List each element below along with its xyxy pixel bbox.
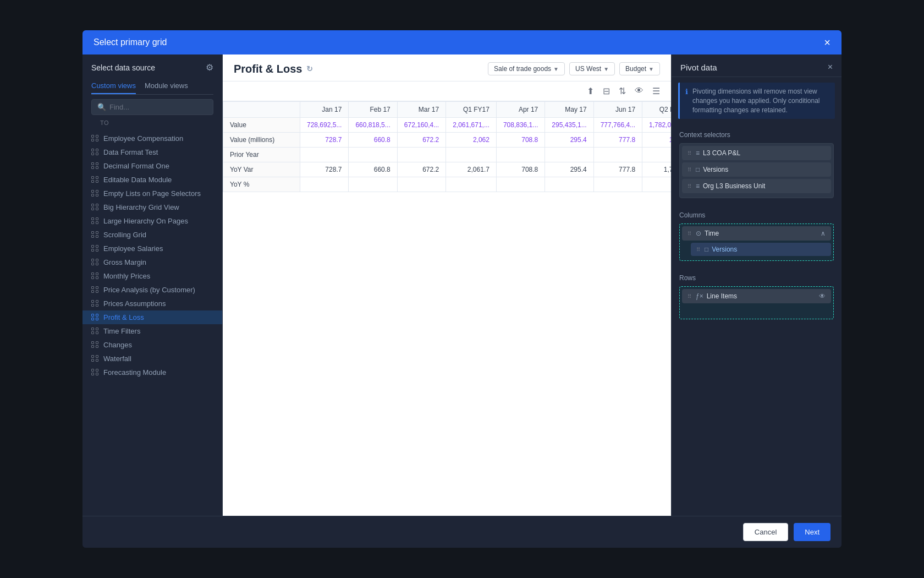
search-input[interactable]: [109, 103, 207, 111]
rows-drop-zone[interactable]: ⠿ ƒ× Line Items 👁: [679, 286, 834, 319]
table-cell: 728,692,5...: [300, 118, 349, 133]
next-button[interactable]: Next: [794, 523, 831, 541]
grid-icon: [91, 162, 99, 170]
table-cell: [397, 177, 446, 192]
table-cell: 2,061.7: [446, 162, 497, 177]
context-item-label-0: L3 COA P&L: [703, 149, 826, 157]
filter-btn-0[interactable]: Sale of trade goods▼: [488, 62, 565, 75]
col-header-7: Jun 17: [593, 102, 642, 118]
table-cell: [349, 177, 397, 192]
sort-icon[interactable]: ⇅: [617, 85, 628, 97]
sidebar-item-11[interactable]: Price Analysis (by Customer): [82, 283, 222, 297]
rows-label: Rows: [679, 274, 834, 282]
table-cell: [642, 177, 671, 192]
menu-icon[interactable]: ☰: [650, 85, 662, 97]
sidebar-item-12[interactable]: Prices Assumptions: [82, 297, 222, 310]
sidebar-item-16[interactable]: Waterfall: [82, 352, 222, 366]
sidebar-item-label: Employee Salaries: [103, 244, 163, 253]
refresh-icon[interactable]: ↻: [306, 64, 313, 73]
pivot-context-item-2[interactable]: ⠿ ≡ Org L3 Business Unit: [682, 179, 831, 193]
sidebar-item-1[interactable]: Data Format Test: [82, 145, 222, 159]
pivot-column-item-time[interactable]: ⠿ ⊙ Time ∧: [682, 226, 831, 241]
filter-icon[interactable]: ⊟: [601, 85, 612, 97]
sidebar-item-9[interactable]: Gross Margin: [82, 255, 222, 269]
filter-btn-2[interactable]: Budget▼: [619, 62, 660, 75]
table-cell: [496, 177, 544, 192]
context-selectors-zone[interactable]: ⠿ ≡ L3 COA P&L ⠿ □ Versions ⠿ ≡ Org: [679, 143, 834, 198]
sidebar-item-7[interactable]: Scrolling Grid: [82, 228, 222, 242]
filter-label: Sale of trade goods: [494, 65, 551, 73]
tab-custom-views[interactable]: Custom views: [91, 78, 136, 94]
col-header-0: [223, 102, 300, 118]
tab-module-views[interactable]: Module views: [145, 78, 188, 94]
sidebar-item-label: Gross Margin: [103, 258, 146, 266]
eye-icon[interactable]: 👁: [819, 292, 826, 300]
table-cell: Value (millions): [223, 133, 300, 148]
row-item-label-0: Line Items: [707, 292, 816, 300]
modal-title: Select primary grid: [94, 37, 167, 47]
pivot-column-sub-versions[interactable]: ⠿ □ Versions: [691, 243, 831, 256]
table-cell: [496, 148, 544, 162]
chevron-down-icon: ▼: [648, 66, 654, 72]
sidebar-item-10[interactable]: Monthly Prices: [82, 269, 222, 283]
table-cell: 672,160,4...: [397, 118, 446, 133]
main-toolbar: ⬆ ⊟ ⇅ 👁 ☰: [223, 81, 671, 101]
drag-icon: ⠿: [688, 167, 691, 173]
grid-icon: [91, 286, 99, 294]
sidebar-item-13[interactable]: Profit & Loss: [82, 310, 222, 324]
table-cell: 672.2: [397, 162, 446, 177]
sidebar-item-15[interactable]: Changes: [82, 338, 222, 352]
clock-icon: ⊙: [696, 230, 701, 237]
pivot-context-item-0[interactable]: ⠿ ≡ L3 COA P&L: [682, 146, 831, 160]
filter-label: US West: [575, 65, 601, 73]
col-header-5: Apr 17: [496, 102, 544, 118]
sidebar-item-label: Forecasting Module: [103, 368, 166, 377]
table-cell: [545, 177, 593, 192]
table-cell: 728.7: [300, 133, 349, 148]
sidebar-item-2[interactable]: Decimal Format One: [82, 159, 222, 173]
table-cell: 660.8: [349, 133, 397, 148]
data-table: Jan 17Feb 17Mar 17Q1 FY17Apr 17May 17Jun…: [223, 101, 671, 192]
table-cell: 728.7: [300, 162, 349, 177]
table-cell: YoY %: [223, 177, 300, 192]
table-cell: 1,782.0: [642, 162, 671, 177]
sidebar-list: Employee CompensationData Format TestDec…: [82, 132, 222, 516]
table-cell: 708.8: [496, 162, 544, 177]
filter-btn-1[interactable]: US West▼: [569, 62, 615, 75]
expand-icon[interactable]: ∧: [821, 230, 826, 237]
pivot-row-item-lineitems[interactable]: ⠿ ƒ× Line Items 👁: [682, 289, 831, 303]
table-cell: 660.8: [349, 162, 397, 177]
modal-close-button[interactable]: ×: [824, 37, 831, 48]
grid-icon: [91, 355, 99, 363]
sidebar-item-label: Data Format Test: [103, 148, 158, 156]
list-icon: ≡: [696, 182, 700, 190]
sidebar-item-8[interactable]: Employee Salaries: [82, 242, 222, 255]
sidebar-item-6[interactable]: Large Hierarchy On Pages: [82, 214, 222, 228]
info-icon: ℹ: [685, 88, 688, 114]
pivot-close-button[interactable]: ×: [828, 62, 833, 72]
table-cell: [545, 148, 593, 162]
table-row: Prior Year: [223, 148, 672, 162]
sidebar-item-3[interactable]: Editable Data Module: [82, 173, 222, 187]
table-cell: Value: [223, 118, 300, 133]
sidebar-item-label: Price Analysis (by Customer): [103, 286, 195, 294]
grid-icon: [91, 300, 99, 308]
sidebar-item-4[interactable]: Empty Lists on Page Selectors: [82, 187, 222, 200]
sidebar-settings-icon[interactable]: ⚙: [206, 62, 213, 73]
sidebar-item-label: Employee Compensation: [103, 134, 183, 143]
pivot-panel-header: Pivot data ×: [672, 54, 842, 77]
export-icon[interactable]: ⬆: [585, 85, 596, 97]
table-cell: [593, 148, 642, 162]
drag-icon: ⠿: [696, 247, 700, 253]
sidebar-section-label: To: [91, 117, 213, 127]
context-item-label-2: Org L3 Business Unit: [703, 182, 826, 190]
eye-icon[interactable]: 👁: [632, 85, 646, 97]
sidebar-item-0[interactable]: Employee Compensation: [82, 132, 222, 145]
cancel-button[interactable]: Cancel: [743, 523, 788, 541]
grid-icon: [91, 149, 99, 156]
columns-drop-zone[interactable]: ⠿ ⊙ Time ∧ ⠿ □ Versions: [679, 223, 834, 261]
pivot-context-item-1[interactable]: ⠿ □ Versions: [682, 162, 831, 177]
sidebar-item-17[interactable]: Forecasting Module: [82, 366, 222, 379]
sidebar-item-5[interactable]: Big Hierarchy Grid View: [82, 200, 222, 214]
sidebar-item-14[interactable]: Time Filters: [82, 324, 222, 338]
